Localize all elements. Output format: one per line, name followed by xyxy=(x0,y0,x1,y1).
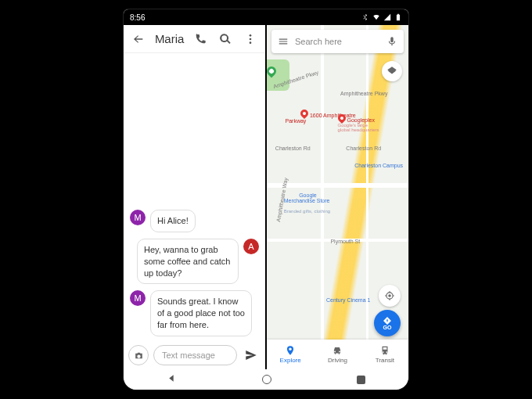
pin-icon xyxy=(336,113,347,124)
phone-frame: 8:56 Maria xyxy=(124,9,408,390)
conversation-thread[interactable]: M Hi Alice! Hey, wanna to grab some coff… xyxy=(124,205,265,341)
car-icon xyxy=(332,345,343,356)
tab-transit[interactable]: Transit xyxy=(361,340,408,369)
battery-icon xyxy=(394,13,402,21)
arrow-back-icon xyxy=(132,33,145,45)
poi-label: Charleston Campus xyxy=(354,163,403,168)
tab-label: Explore xyxy=(280,357,301,364)
road xyxy=(366,25,368,369)
road-label: Plymouth St xyxy=(330,239,360,244)
contact-name: Maria xyxy=(155,32,185,45)
search-button[interactable] xyxy=(217,30,234,49)
bluetooth-icon xyxy=(361,13,369,21)
maps-app: Amphitheatre Pkwy Amphitheatre Pkwy Char… xyxy=(267,25,408,369)
svg-point-0 xyxy=(250,34,252,37)
my-location-button[interactable] xyxy=(379,285,401,307)
message-bubble[interactable]: Hey, wanna to grab some coffee and catch… xyxy=(137,239,239,285)
poi-label: Googleplex xyxy=(347,117,375,123)
layers-button[interactable] xyxy=(382,61,402,81)
messages-app: Maria M Hi Alice! Hey, wanna to grab som… xyxy=(124,25,265,369)
split-screen: Maria M Hi Alice! Hey, wanna to grab som… xyxy=(124,25,408,369)
message-bubble[interactable]: Hi Alice! xyxy=(150,210,196,232)
pin-icon xyxy=(299,108,310,119)
hamburger-icon[interactable] xyxy=(278,36,289,47)
tab-driving[interactable]: Driving xyxy=(314,340,361,369)
poi-century-cinema[interactable]: Century Cinema 1 xyxy=(326,297,370,303)
message-row: M Hi Alice! xyxy=(130,210,259,232)
tab-label: Driving xyxy=(328,357,347,364)
system-nav-bar xyxy=(124,369,408,390)
messages-header: Maria xyxy=(124,25,265,53)
poi-sublabel: Branded gifts, clothing xyxy=(284,209,330,214)
nav-back-button[interactable] xyxy=(167,372,177,386)
svg-point-2 xyxy=(250,41,252,44)
svg-point-1 xyxy=(250,38,252,40)
mic-icon[interactable] xyxy=(386,36,397,47)
back-button[interactable] xyxy=(130,30,147,49)
nav-recent-button[interactable] xyxy=(357,376,365,384)
overflow-button[interactable] xyxy=(242,30,259,49)
camera-icon xyxy=(134,350,144,361)
road-label: Amphitheatre Pkwy xyxy=(340,91,387,96)
search-icon xyxy=(219,33,232,45)
message-row: Hey, wanna to grab some coffee and catch… xyxy=(130,239,259,285)
nav-home-button[interactable] xyxy=(262,375,271,384)
compose-bar: Text message xyxy=(124,341,265,369)
message-placeholder: Text message xyxy=(162,350,215,360)
road-label: Charleston Rd xyxy=(275,146,311,151)
layers-icon xyxy=(386,66,397,77)
status-icons xyxy=(361,13,402,21)
avatar: A xyxy=(243,239,259,254)
map-search-bar[interactable]: Search here xyxy=(271,30,404,53)
poi-label: Google Merchandise Store xyxy=(284,192,330,203)
poi-charleston-campus[interactable]: Charleston Campus xyxy=(354,163,403,168)
call-button[interactable] xyxy=(192,30,209,49)
go-button[interactable]: GO xyxy=(374,310,401,336)
poi-label: Century Cinema 1 xyxy=(326,297,370,303)
tab-label: Transit xyxy=(376,357,394,364)
avatar: M xyxy=(130,290,146,306)
send-button[interactable] xyxy=(242,346,261,365)
send-icon xyxy=(244,348,258,362)
tab-explore[interactable]: Explore xyxy=(267,340,314,369)
poi-googleplex[interactable]: Googleplex Google's large global headqua… xyxy=(338,114,379,132)
poi-merch-store[interactable]: Google Merchandise Store Branded gifts, … xyxy=(284,187,330,225)
road-label: Charleston Rd xyxy=(346,146,381,151)
map-bottom-tabs: Explore Driving Transit xyxy=(267,340,408,369)
message-input[interactable]: Text message xyxy=(153,345,237,365)
wifi-icon xyxy=(372,13,380,21)
phone-icon xyxy=(194,33,207,45)
clock: 8:56 xyxy=(130,13,145,22)
camera-button[interactable] xyxy=(128,345,149,365)
status-bar: 8:56 xyxy=(124,9,408,25)
message-bubble[interactable]: Sounds great. I know of a good place not… xyxy=(150,290,252,336)
transit-icon xyxy=(379,345,390,356)
poi-sublabel: Google's large global headquarters xyxy=(338,123,379,132)
more-vert-icon xyxy=(244,33,257,45)
avatar: M xyxy=(130,210,146,225)
svg-point-3 xyxy=(388,294,391,297)
search-placeholder: Search here xyxy=(295,37,380,46)
back-triangle-icon xyxy=(167,373,177,383)
my-location-icon xyxy=(384,290,395,301)
message-row: M Sounds great. I know of a good place n… xyxy=(130,290,259,336)
cell-signal-icon xyxy=(383,13,391,21)
go-label: GO xyxy=(383,325,392,330)
explore-icon xyxy=(285,345,296,356)
